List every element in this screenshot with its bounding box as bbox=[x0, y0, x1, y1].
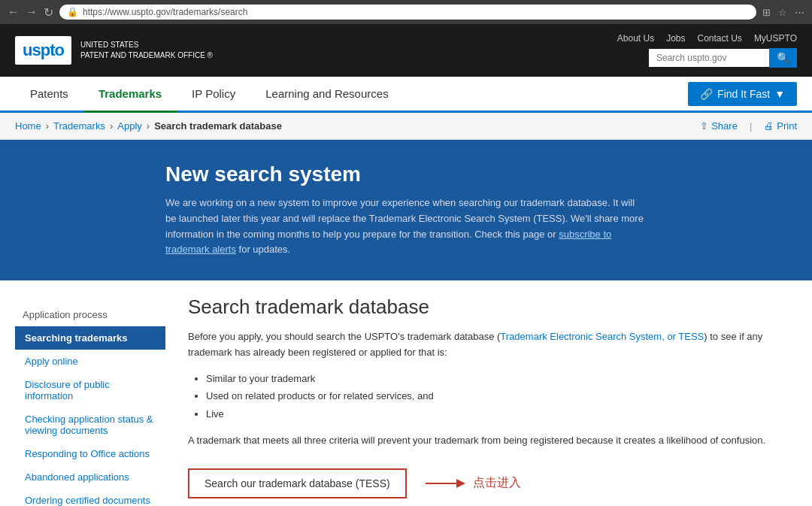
sidebar: Application process Searching trademarks… bbox=[15, 295, 165, 506]
criteria-text: A trademark that meets all three criteri… bbox=[188, 433, 774, 449]
sidebar-section-title: Application process bbox=[15, 303, 165, 326]
divider: | bbox=[750, 120, 752, 132]
sidebar-item-abandoned[interactable]: Abandoned applications bbox=[15, 465, 165, 489]
print-icon: 🖨 bbox=[764, 120, 774, 132]
arrow-annotation: 点击进入 bbox=[422, 475, 521, 491]
about-us-link[interactable]: About Us bbox=[617, 33, 654, 44]
hero-title: New search system bbox=[165, 162, 647, 186]
breadcrumb-sep-1: › bbox=[46, 120, 49, 132]
content-area: Application process Searching trademarks… bbox=[0, 280, 812, 506]
search-input[interactable] bbox=[649, 49, 769, 67]
back-button[interactable]: ← bbox=[8, 5, 20, 19]
share-link[interactable]: ⇧ Share bbox=[700, 120, 738, 132]
jobs-link[interactable]: Jobs bbox=[666, 33, 685, 44]
breadcrumb-sep-3: › bbox=[147, 120, 150, 132]
breadcrumb: Home › Trademarks › Apply › Search trade… bbox=[15, 120, 282, 132]
browser-icons: ⊞☆⋯ bbox=[762, 7, 804, 18]
breadcrumb-trademarks[interactable]: Trademarks bbox=[53, 120, 105, 132]
breadcrumb-sep-2: › bbox=[110, 120, 113, 132]
logo: uspto bbox=[15, 36, 71, 65]
tess-button-container: Search our trademark database (TESS) 点击进… bbox=[188, 468, 521, 498]
share-icon: ⇧ bbox=[700, 120, 708, 132]
bullet-2: Used on related products or for related … bbox=[206, 387, 774, 404]
hero-description: We are working on a new system to improv… bbox=[165, 195, 647, 258]
main-content: Search trademark database Before you app… bbox=[165, 295, 797, 506]
nav-learning[interactable]: Learning and Resources bbox=[250, 77, 403, 111]
myuspto-link[interactable]: MyUSPTO bbox=[754, 33, 797, 44]
print-link[interactable]: 🖨 Print bbox=[764, 120, 797, 132]
sidebar-item-apply[interactable]: Apply online bbox=[15, 350, 165, 373]
breadcrumb-home[interactable]: Home bbox=[15, 120, 41, 132]
sidebar-item-searching[interactable]: Searching trademarks bbox=[15, 326, 165, 350]
nav-trademarks[interactable]: Trademarks bbox=[83, 77, 177, 113]
nav-items: Patents Trademarks IP Policy Learning an… bbox=[15, 77, 404, 111]
chevron-down-icon: ▼ bbox=[774, 88, 785, 100]
site-header: uspto UNITED STATES PATENT AND TRADEMARK… bbox=[0, 24, 812, 77]
browser-chrome: ← → ↻ 🔒 https://www.uspto.gov/trademarks… bbox=[0, 0, 812, 24]
sidebar-item-checking[interactable]: Checking application status & viewing do… bbox=[15, 408, 165, 442]
nav-patents[interactable]: Patents bbox=[15, 77, 83, 111]
agency-name: UNITED STATES PATENT AND TRADEMARK OFFIC… bbox=[80, 40, 213, 61]
refresh-button[interactable]: ↻ bbox=[44, 5, 53, 20]
forward-button[interactable]: → bbox=[26, 5, 38, 19]
intro-text: Before you apply, you should search the … bbox=[188, 329, 774, 361]
breadcrumb-actions: ⇧ Share | 🖨 Print bbox=[700, 120, 797, 132]
page-title: Search trademark database bbox=[188, 295, 774, 319]
contact-us-link[interactable]: Contact Us bbox=[698, 33, 742, 44]
find-it-fast-button[interactable]: 🔗 Find It Fast ▼ bbox=[688, 82, 797, 106]
header-links: About Us Jobs Contact Us MyUSPTO bbox=[617, 33, 797, 44]
sidebar-item-ordering[interactable]: Ordering certified documents bbox=[15, 489, 165, 506]
arrow-icon bbox=[422, 476, 467, 491]
link-icon: 🔗 bbox=[700, 88, 713, 100]
chinese-annotation: 点击进入 bbox=[473, 475, 521, 491]
breadcrumb-apply[interactable]: Apply bbox=[117, 120, 142, 132]
logo-area: uspto UNITED STATES PATENT AND TRADEMARK… bbox=[15, 36, 213, 65]
breadcrumb-current: Search trademark database bbox=[154, 120, 282, 132]
sidebar-item-disclosure[interactable]: Disclosure of public information bbox=[15, 373, 165, 408]
lock-icon: 🔒 bbox=[67, 7, 78, 17]
header-right: About Us Jobs Contact Us MyUSPTO 🔍 bbox=[617, 33, 797, 68]
search-button[interactable]: 🔍 bbox=[769, 48, 797, 68]
bullet-list: Similar to your trademark Used on relate… bbox=[188, 370, 774, 423]
main-nav: Patents Trademarks IP Policy Learning an… bbox=[0, 77, 812, 113]
bullet-1: Similar to your trademark bbox=[206, 370, 774, 387]
tess-search-button[interactable]: Search our trademark database (TESS) bbox=[188, 468, 407, 498]
nav-ip-policy[interactable]: IP Policy bbox=[177, 77, 250, 111]
tess-link[interactable]: Trademark Electronic Search System, or T… bbox=[500, 331, 704, 342]
hero-banner: New search system We are working on a ne… bbox=[0, 140, 812, 280]
url-text: https://www.uspto.gov/trademarks/search bbox=[83, 7, 247, 17]
sidebar-item-responding[interactable]: Responding to Office actions bbox=[15, 442, 165, 465]
breadcrumb-bar: Home › Trademarks › Apply › Search trade… bbox=[0, 113, 812, 140]
search-bar: 🔍 bbox=[649, 48, 797, 68]
address-bar[interactable]: 🔒 https://www.uspto.gov/trademarks/searc… bbox=[59, 5, 756, 20]
bullet-3: Live bbox=[206, 405, 774, 423]
